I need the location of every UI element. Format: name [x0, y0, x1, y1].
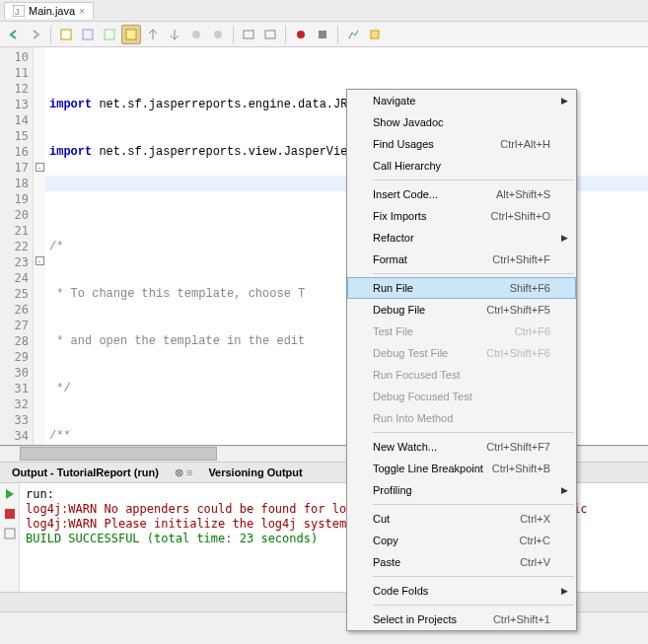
menu-debug-test-file: Debug Test FileCtrl+Shift+F6 [347, 342, 576, 364]
menu-call-hierarchy[interactable]: Call Hierarchy [347, 155, 576, 177]
menu-run-into-method: Run Into Method [347, 407, 576, 429]
file-tab[interactable]: J Main.java × [4, 2, 94, 19]
java-file-icon: J [13, 5, 25, 17]
svg-rect-14 [5, 529, 15, 538]
line-number-gutter: 10 11 12 13 14 15 16 17 18 19 20 21 22 2… [0, 47, 34, 445]
versioning-tab[interactable]: Versioning Output [202, 465, 308, 480]
menu-paste[interactable]: PasteCtrl+V [347, 551, 576, 573]
tb-icon-2[interactable] [78, 25, 98, 44]
tb-icon-9[interactable] [239, 25, 258, 44]
forward-icon[interactable] [26, 25, 45, 44]
menu-refactor[interactable]: Refactor▶ [347, 227, 576, 249]
stop-icon[interactable] [313, 25, 332, 44]
tb-icon-12[interactable] [365, 25, 385, 44]
editor-toolbar [0, 22, 648, 47]
menu-fix-imports[interactable]: Fix ImportsCtrl+Shift+O [347, 205, 576, 227]
svg-point-10 [297, 31, 305, 38]
back-icon[interactable] [4, 25, 24, 44]
svg-rect-12 [371, 31, 379, 38]
tb-icon-4[interactable] [121, 25, 141, 44]
run-indicator-icon [3, 487, 17, 501]
menu-find-usages[interactable]: Find UsagesCtrl+Alt+H [347, 133, 576, 155]
svg-rect-5 [126, 30, 136, 39]
tab-close-icon[interactable]: × [79, 6, 85, 17]
tab-bar: J Main.java × [0, 0, 648, 22]
svg-rect-4 [105, 30, 114, 39]
tb-icon-7[interactable] [186, 25, 206, 44]
record-icon[interactable] [291, 25, 311, 44]
menu-cut[interactable]: CutCtrl+X [347, 508, 576, 530]
fold-gutter: - - [34, 47, 45, 445]
menu-show-javadoc[interactable]: Show Javadoc [347, 111, 576, 133]
svg-rect-9 [265, 31, 275, 38]
menu-code-folds[interactable]: Code Folds▶ [347, 580, 576, 602]
tb-icon-8[interactable] [208, 25, 228, 44]
tb-icon-11[interactable] [343, 25, 363, 44]
svg-rect-11 [319, 31, 326, 38]
svg-rect-2 [61, 30, 71, 39]
menu-test-file: Test FileCtrl+F6 [347, 321, 576, 342]
output-tab[interactable]: Output - TutorialReport (run) [6, 465, 165, 480]
svg-point-7 [214, 31, 222, 38]
menu-copy[interactable]: CopyCtrl+C [347, 530, 576, 551]
svg-point-6 [192, 31, 200, 38]
tb-icon-1[interactable] [56, 25, 76, 44]
tab-title: Main.java [29, 5, 75, 17]
menu-select-in-projects[interactable]: Select in ProjectsCtrl+Shift+1 [347, 608, 576, 630]
fold-toggle[interactable]: - [36, 256, 44, 265]
menu-insert-code[interactable]: Insert Code...Alt+Shift+S [347, 183, 576, 205]
menu-new-watch[interactable]: New Watch...Ctrl+Shift+F7 [347, 436, 576, 458]
tb-icon-10[interactable] [260, 25, 280, 44]
output-gutter [0, 483, 20, 592]
menu-toggle-breakpoint[interactable]: Toggle Line BreakpointCtrl+Shift+B [347, 458, 576, 479]
menu-profiling[interactable]: Profiling▶ [347, 479, 576, 501]
svg-text:J: J [15, 7, 20, 17]
svg-rect-3 [83, 30, 93, 39]
svg-rect-8 [244, 31, 253, 38]
menu-debug-file[interactable]: Debug FileCtrl+Shift+F5 [347, 299, 576, 321]
menu-debug-focused-test: Debug Focused Test [347, 386, 576, 407]
svg-rect-13 [5, 509, 15, 519]
tb-icon-6[interactable] [165, 25, 184, 44]
output-icon [3, 527, 17, 540]
tb-icon-3[interactable] [100, 25, 119, 44]
menu-format[interactable]: FormatCtrl+Shift+F [347, 249, 576, 270]
menu-navigate[interactable]: Navigate▶ [347, 90, 576, 111]
fold-toggle[interactable]: - [36, 163, 44, 172]
context-menu: Navigate▶ Show Javadoc Find UsagesCtrl+A… [346, 89, 577, 631]
menu-run-focused-test: Run Focused Test [347, 364, 576, 386]
menu-run-file[interactable]: Run FileShift+F6 [347, 277, 576, 299]
stop-indicator-icon [3, 507, 17, 521]
tb-icon-5[interactable] [143, 25, 163, 44]
